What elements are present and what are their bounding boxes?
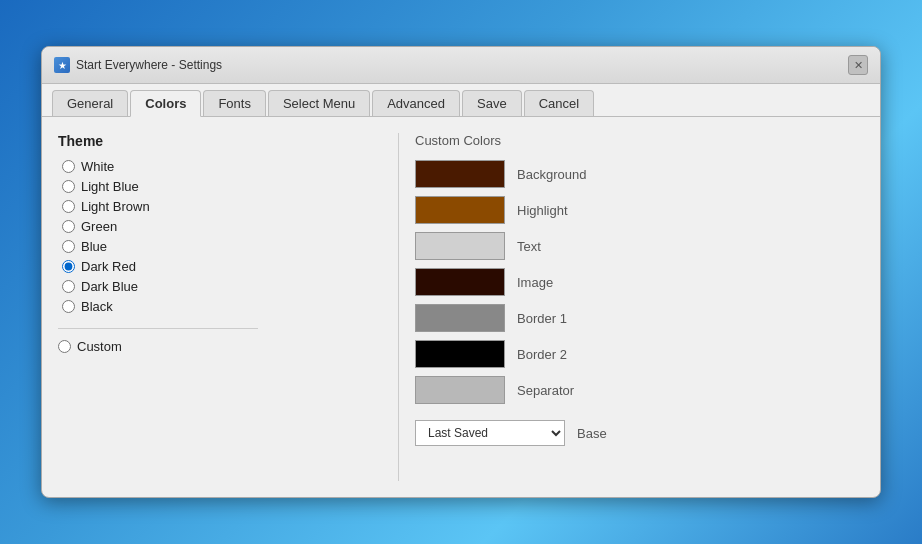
- preset-dropdown[interactable]: Last SavedDefaultCustom: [415, 420, 565, 446]
- custom-section: Custom: [58, 328, 378, 354]
- tab-general[interactable]: General: [52, 90, 128, 116]
- color-row-border-2: Border 2: [415, 340, 864, 368]
- color-label-image: Image: [517, 275, 553, 290]
- tab-select-menu[interactable]: Select Menu: [268, 90, 370, 116]
- color-label-text: Text: [517, 239, 541, 254]
- tab-cancel[interactable]: Cancel: [524, 90, 594, 116]
- color-swatch-highlight[interactable]: [415, 196, 505, 224]
- custom-radio-item[interactable]: Custom: [58, 339, 378, 354]
- radio-item-light-brown[interactable]: Light Brown: [62, 199, 378, 214]
- tab-bar: GeneralColorsFontsSelect MenuAdvancedSav…: [42, 84, 880, 117]
- color-swatch-image[interactable]: [415, 268, 505, 296]
- radio-input-dark-blue[interactable]: [62, 280, 75, 293]
- color-swatch-background[interactable]: [415, 160, 505, 188]
- radio-label-dark-red: Dark Red: [81, 259, 136, 274]
- base-label: Base: [577, 426, 607, 441]
- radio-item-light-blue[interactable]: Light Blue: [62, 179, 378, 194]
- color-row-border-1: Border 1: [415, 304, 864, 332]
- theme-radio-group: WhiteLight BlueLight BrownGreenBlueDark …: [62, 159, 378, 314]
- custom-colors-title: Custom Colors: [415, 133, 864, 148]
- radio-item-blue[interactable]: Blue: [62, 239, 378, 254]
- settings-window: ★ Start Everywhere - Settings ✕ GeneralC…: [41, 46, 881, 498]
- radio-label-dark-blue: Dark Blue: [81, 279, 138, 294]
- window-title: Start Everywhere - Settings: [76, 58, 222, 72]
- close-button[interactable]: ✕: [848, 55, 868, 75]
- radio-input-black[interactable]: [62, 300, 75, 313]
- radio-item-dark-blue[interactable]: Dark Blue: [62, 279, 378, 294]
- color-row-text: Text: [415, 232, 864, 260]
- right-panel: Custom Colors BackgroundHighlightTextIma…: [398, 133, 864, 481]
- title-bar: ★ Start Everywhere - Settings ✕: [42, 47, 880, 84]
- radio-input-light-blue[interactable]: [62, 180, 75, 193]
- radio-input-dark-red[interactable]: [62, 260, 75, 273]
- content-area: Theme WhiteLight BlueLight BrownGreenBlu…: [42, 117, 880, 497]
- radio-input-blue[interactable]: [62, 240, 75, 253]
- color-label-border-2: Border 2: [517, 347, 567, 362]
- left-panel: Theme WhiteLight BlueLight BrownGreenBlu…: [58, 133, 398, 481]
- color-row-highlight: Highlight: [415, 196, 864, 224]
- app-icon-symbol: ★: [58, 60, 67, 71]
- radio-label-light-brown: Light Brown: [81, 199, 150, 214]
- bottom-bar: Last SavedDefaultCustom Base: [415, 420, 864, 446]
- radio-item-dark-red[interactable]: Dark Red: [62, 259, 378, 274]
- color-row-background: Background: [415, 160, 864, 188]
- color-swatch-border-2[interactable]: [415, 340, 505, 368]
- custom-radio[interactable]: [58, 340, 71, 353]
- radio-item-black[interactable]: Black: [62, 299, 378, 314]
- color-row-image: Image: [415, 268, 864, 296]
- color-swatch-border-1[interactable]: [415, 304, 505, 332]
- color-label-highlight: Highlight: [517, 203, 568, 218]
- divider: [58, 328, 258, 329]
- radio-label-green: Green: [81, 219, 117, 234]
- radio-item-green[interactable]: Green: [62, 219, 378, 234]
- tab-colors[interactable]: Colors: [130, 90, 201, 117]
- theme-section-title: Theme: [58, 133, 378, 149]
- color-label-background: Background: [517, 167, 586, 182]
- color-row-separator: Separator: [415, 376, 864, 404]
- radio-label-light-blue: Light Blue: [81, 179, 139, 194]
- color-label-border-1: Border 1: [517, 311, 567, 326]
- custom-radio-label: Custom: [77, 339, 122, 354]
- radio-input-light-brown[interactable]: [62, 200, 75, 213]
- radio-input-green[interactable]: [62, 220, 75, 233]
- color-label-separator: Separator: [517, 383, 574, 398]
- title-bar-left: ★ Start Everywhere - Settings: [54, 57, 222, 73]
- tab-fonts[interactable]: Fonts: [203, 90, 266, 116]
- tab-save[interactable]: Save: [462, 90, 522, 116]
- color-rows-container: BackgroundHighlightTextImageBorder 1Bord…: [415, 160, 864, 404]
- color-swatch-separator[interactable]: [415, 376, 505, 404]
- color-swatch-text[interactable]: [415, 232, 505, 260]
- radio-label-blue: Blue: [81, 239, 107, 254]
- radio-input-white[interactable]: [62, 160, 75, 173]
- radio-item-white[interactable]: White: [62, 159, 378, 174]
- radio-label-black: Black: [81, 299, 113, 314]
- tab-advanced[interactable]: Advanced: [372, 90, 460, 116]
- app-icon: ★: [54, 57, 70, 73]
- radio-label-white: White: [81, 159, 114, 174]
